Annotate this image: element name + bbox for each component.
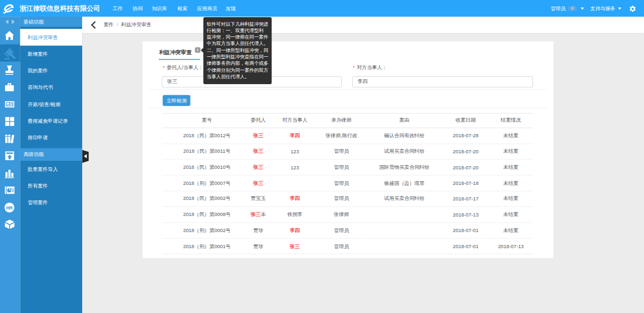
svg-text:HR: HR: [6, 205, 13, 210]
